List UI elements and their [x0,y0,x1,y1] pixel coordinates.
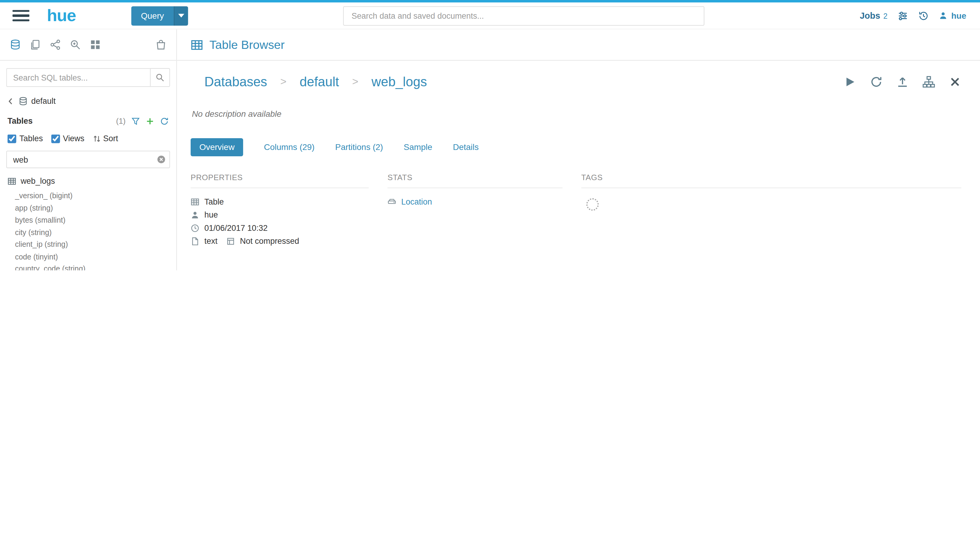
sql-assist-database-icon[interactable] [10,40,20,50]
sidebar-table-name[interactable]: web_logs [20,176,55,185]
user-icon [191,210,200,219]
breadcrumb-separator: > [352,76,358,88]
file-icon [191,237,200,245]
apps-grid-icon[interactable] [90,40,100,50]
assist-app-tabs [0,29,176,61]
share-graph-icon[interactable] [50,40,61,50]
documents-icon[interactable] [30,40,40,50]
tables-header-row: Tables (1) [8,116,169,125]
query-button-label[interactable]: Query [131,6,174,25]
tables-heading: Tables [8,116,33,125]
property-created-value: 01/06/2017 10:32 [205,223,268,233]
upload-icon[interactable] [896,76,908,88]
views-checkbox-label: Views [63,134,84,143]
sql-tables-search-input[interactable] [6,68,150,87]
property-format-value: text [205,236,218,246]
user-icon [939,11,947,20]
info-grid: PROPERTIES Table hue [191,173,961,246]
main-panel: Table Browser Databases>default>web_logs… [177,29,980,270]
properties-heading: PROPERTIES [191,173,369,188]
history-icon[interactable] [918,10,929,21]
search-plus-icon[interactable] [70,40,80,50]
chevron-left-icon[interactable] [6,97,15,105]
query-button[interactable]: Query [131,6,188,25]
table-icon [191,197,200,206]
sidebar-column-item[interactable]: _version_ (bigint) [15,190,170,202]
sidebar-column-item[interactable]: city (string) [15,227,170,239]
table-filter-wrap [6,150,170,168]
sidebar-column-item[interactable]: app (string) [15,202,170,214]
table-actions [844,76,961,88]
search-icon [156,73,165,82]
page-title: Table Browser [209,38,285,52]
sidebar-column-item[interactable]: bytes (smallint) [15,215,170,227]
filter-funnel-icon[interactable] [131,117,140,125]
property-type-value: Table [205,197,224,207]
table-description: No description available [192,110,961,119]
query-dropdown-caret[interactable] [174,6,188,25]
jobs-count-badge: 2 [883,12,887,20]
caret-down-icon [178,14,185,18]
table-filter-input[interactable] [6,150,170,168]
tags-heading: TAGS [581,173,961,188]
location-link[interactable]: Location [401,197,432,207]
user-menu[interactable]: hue [939,11,966,20]
hue-logo[interactable]: hue [47,6,76,25]
jobs-link[interactable]: Jobs 2 [860,10,887,20]
property-format: text Not compressed [191,236,388,246]
bag-icon[interactable] [156,40,166,50]
tab-overview[interactable]: Overview [191,138,243,156]
close-icon[interactable] [948,76,961,88]
tab-partitions-2[interactable]: Partitions (2) [335,142,383,152]
breadcrumb-item-default[interactable]: default [299,75,339,90]
global-search-input[interactable] [343,6,705,25]
sidebar-column-item[interactable]: country_code (string) [15,263,170,270]
compression-icon [226,237,235,245]
database-breadcrumb-row[interactable]: default [6,96,170,106]
sidebar-table-entry[interactable]: web_logs [8,176,169,185]
property-owner-value: hue [205,210,218,219]
sidebar-search-button[interactable] [150,68,170,87]
hamburger-menu-icon[interactable] [12,7,29,24]
page-body: default Tables (1) Tables Views [0,29,980,270]
table-browser-icon [191,38,203,51]
tags-section: TAGS [581,173,961,246]
tab-columns-29[interactable]: Columns (29) [264,142,314,152]
breadcrumb-item-web_logs[interactable]: web_logs [372,75,427,90]
breadcrumb-item-Databases[interactable]: Databases [205,75,267,90]
play-icon[interactable] [844,76,856,88]
table-icon [8,177,16,185]
stats-section: STATS Location [388,173,581,246]
clear-filter-icon[interactable] [157,155,166,164]
tab-details[interactable]: Details [453,142,479,152]
drive-icon [388,197,396,206]
tab-sample[interactable]: Sample [404,142,432,152]
views-filter[interactable]: Views [51,134,85,143]
tables-checkbox[interactable] [8,134,16,143]
add-table-icon[interactable] [146,117,155,125]
sidebar-column-item[interactable]: code (tinyint) [15,251,170,263]
sitemap-icon[interactable] [922,76,935,88]
column-list: _version_ (bigint)app (string)bytes (sma… [0,190,176,270]
main-header: Table Browser [177,29,980,61]
property-owner: hue [191,210,388,219]
breadcrumb: Databases>default>web_logs [205,75,427,90]
stats-heading: STATS [388,173,562,188]
tabs: OverviewColumns (29)Partitions (2)Sample… [191,138,961,156]
user-name: hue [951,11,967,20]
left-assist-panel: default Tables (1) Tables Views [0,29,177,270]
sort-label: Sort [103,134,118,143]
clock-icon [191,223,200,232]
sliders-icon[interactable] [898,10,908,21]
views-checkbox[interactable] [51,134,60,143]
current-database-name[interactable]: default [32,96,56,106]
sort-control[interactable]: Sort [93,134,118,143]
properties-section: PROPERTIES Table hue [191,173,388,246]
property-created: 01/06/2017 10:32 [191,223,388,233]
tables-filter[interactable]: Tables [8,134,43,143]
loading-spinner [586,198,599,211]
sidebar-column-item[interactable]: client_ip (string) [15,239,170,251]
tables-count: (1) [116,117,126,125]
refresh-icon[interactable] [870,76,882,88]
refresh-tables-icon[interactable] [160,117,169,125]
